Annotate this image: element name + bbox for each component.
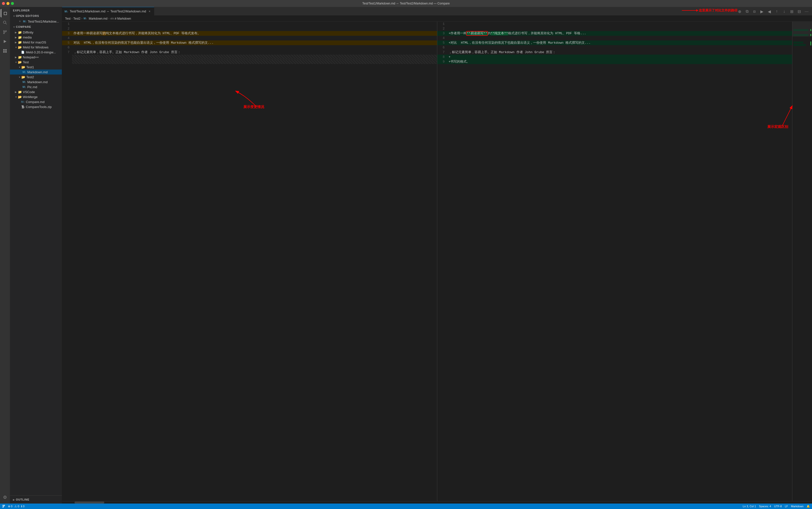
toolbar-split-icon[interactable]: ⧉ bbox=[743, 8, 750, 15]
toolbar-more-icon[interactable]: ⊞ bbox=[788, 8, 795, 15]
right-line-7: 7 ，标记元素简单，容易上手。正如 Markdown 作者 John Grube… bbox=[437, 50, 792, 55]
open-editor-item[interactable]: × M↕ Test/Test1/Markdow... bbox=[10, 19, 62, 24]
compare-section[interactable]: ▾ COMPARE bbox=[10, 24, 62, 30]
sidebar-item-meld-macos[interactable]: ▶ 📁 Meld for macOS bbox=[10, 40, 62, 45]
outline-label: OUTLINE bbox=[16, 498, 29, 501]
left-line-empty2 bbox=[62, 59, 437, 64]
sidebar-item-pic[interactable]: M↕ Pic.md bbox=[10, 84, 62, 90]
test2-label: Test2 bbox=[26, 75, 34, 79]
toolbar-up-arrow-icon[interactable]: ↑ bbox=[773, 8, 780, 15]
bell-icon[interactable]: 🔔 bbox=[807, 505, 810, 508]
svg-rect-15 bbox=[792, 22, 812, 36]
explorer-activity-icon[interactable]: ◻ bbox=[1, 9, 9, 18]
minimize-button[interactable] bbox=[6, 2, 9, 5]
toolbar-focus-icon[interactable]: ⊕ bbox=[736, 8, 743, 15]
svg-point-4 bbox=[3, 33, 4, 34]
sidebar-item-meld-windows[interactable]: ▾ 📂 Meld for Windows bbox=[10, 45, 62, 50]
svg-rect-18 bbox=[810, 41, 811, 45]
breadcrumb-markdown[interactable]: Markdown.md bbox=[89, 17, 107, 20]
toolbar-down-arrow-icon[interactable]: ↓ bbox=[781, 8, 788, 15]
outline-header[interactable]: ▶ OUTLINE bbox=[10, 497, 62, 503]
info-count[interactable]: ℹ 0 bbox=[21, 505, 24, 508]
sidebar-item-vscode[interactable]: ▶ 📁 VSCode bbox=[10, 90, 62, 94]
language-status[interactable]: Markdown bbox=[791, 505, 804, 508]
breadcrumb-test2[interactable]: Test2 bbox=[73, 17, 80, 20]
svg-rect-8 bbox=[3, 51, 5, 53]
minimap[interactable] bbox=[792, 22, 812, 501]
sidebar-item-meld-installer[interactable]: 📄 Meld-3.20.0-mingw... bbox=[10, 50, 62, 55]
md1-file-icon: M↕ bbox=[22, 70, 26, 74]
sidebar-item-media[interactable]: ▶ 📁 media bbox=[10, 35, 62, 40]
meld-windows-label: Meld for Windows bbox=[23, 45, 48, 49]
tabs-bar: M↕ Test/Test1/Markdown.md ↔ Test/Test2/M… bbox=[62, 7, 812, 15]
svg-point-3 bbox=[5, 31, 6, 32]
spaces-status[interactable]: Spaces: 4 bbox=[759, 505, 771, 508]
right-diff-pane[interactable]: 1 2 3 +作者用一种**易读易写**的**纯文本**格式进行书写，并能将其转… bbox=[437, 22, 792, 501]
sidebar-item-test2[interactable]: ▾ 📂 Test2 bbox=[10, 74, 62, 79]
toolbar-play-icon[interactable]: ▶ bbox=[758, 8, 765, 15]
left-diff-pane[interactable]: 1 2 3 作者用一种易读易写的纯文本格式进行书写，并能将其转化为 HTML、P… bbox=[62, 22, 437, 501]
open-editors-section[interactable]: ▾ OPEN EDITORS bbox=[10, 13, 62, 19]
status-bar-left: ⊗ 0 ⚠ 0 ℹ 0 bbox=[2, 505, 25, 508]
horizontal-scrollbar[interactable] bbox=[74, 502, 104, 504]
svg-point-2 bbox=[3, 31, 4, 32]
sidebar-item-diffinity[interactable]: ▶ 📁 Diffinity bbox=[10, 30, 62, 35]
markdown2-label: Markdown.md bbox=[27, 80, 48, 84]
test1-arrow: ▾ bbox=[18, 65, 21, 69]
eol-status[interactable]: LF bbox=[785, 505, 788, 508]
svg-point-23 bbox=[4, 505, 5, 506]
breadcrumb-abc-icon: abc bbox=[110, 17, 114, 20]
extensions-activity-icon[interactable] bbox=[1, 47, 9, 55]
error-count[interactable]: ⊗ 0 bbox=[8, 505, 12, 508]
sidebar-item-test1[interactable]: ▾ 📂 Test1 bbox=[10, 65, 62, 70]
breadcrumb-md-icon: M↕ bbox=[83, 16, 87, 21]
breadcrumb-test[interactable]: Test bbox=[65, 17, 70, 20]
svg-line-1 bbox=[6, 23, 7, 25]
editor-area: M↕ Test/Test1/Markdown.md ↔ Test/Test2/M… bbox=[62, 7, 812, 504]
source-control-activity-icon[interactable] bbox=[1, 28, 9, 36]
ln-col-status[interactable]: Ln 3, Col 1 bbox=[743, 505, 756, 508]
sidebar-item-markdown2[interactable]: M↕ Markdown.md bbox=[10, 79, 62, 84]
settings-activity-icon[interactable]: ⚙ bbox=[1, 493, 9, 502]
sidebar-item-winmerge[interactable]: ▾ 📂 WinMerge bbox=[10, 94, 62, 99]
toolbar-left-arrow-icon[interactable]: ◀ bbox=[766, 8, 773, 15]
breadcrumb-heading[interactable]: # Markdown bbox=[115, 17, 131, 20]
pic-label: Pic.md bbox=[27, 85, 37, 89]
run-activity-icon[interactable] bbox=[1, 37, 9, 46]
meld-macos-arrow: ▶ bbox=[14, 40, 18, 44]
compare-label: COMPARE bbox=[16, 25, 31, 28]
sidebar-item-compare-md[interactable]: M↕ Compare.md bbox=[10, 99, 62, 104]
md-file-icon: M↕ bbox=[23, 20, 27, 23]
status-bar-right: Ln 3, Col 1 Spaces: 4 UTF-8 LF Markdown … bbox=[743, 505, 810, 508]
media-folder-icon: 📁 bbox=[18, 35, 22, 39]
pic-file-icon: M↕ bbox=[22, 85, 26, 89]
close-button[interactable] bbox=[2, 2, 5, 5]
comparetools-zip-label: CompareTools.zip bbox=[26, 105, 52, 109]
tab-close-button[interactable]: × bbox=[147, 9, 151, 13]
svg-rect-13 bbox=[793, 41, 803, 43]
titlebar: Test/Test1/Markdown.md ↔ Test/Test2/Mark… bbox=[0, 0, 812, 7]
right-line-9: 9 +书写的格式。 bbox=[437, 59, 792, 64]
toolbar-overflow-icon[interactable]: ⋯ bbox=[803, 8, 810, 15]
sidebar-item-comparetools-zip[interactable]: 🗜 CompareTools.zip bbox=[10, 104, 62, 109]
vscode-label: VSCode bbox=[23, 90, 35, 94]
warning-count[interactable]: ⚠ 0 bbox=[14, 505, 19, 508]
encoding-status[interactable]: UTF-8 bbox=[774, 505, 782, 508]
active-tab[interactable]: M↕ Test/Test1/Markdown.md ↔ Test/Test2/M… bbox=[62, 7, 154, 15]
window-title: Test/Test1/Markdown.md ↔ Test/Test2/Mark… bbox=[362, 2, 450, 5]
close-editor-icon[interactable]: × bbox=[18, 20, 22, 23]
sidebar-item-test[interactable]: ▾ 📂 Test bbox=[10, 60, 62, 65]
svg-rect-9 bbox=[5, 51, 7, 53]
left-line-1: 1 bbox=[62, 22, 437, 26]
search-activity-icon[interactable] bbox=[1, 19, 9, 27]
meld-macos-folder-icon: 📁 bbox=[18, 40, 22, 44]
markdown1-label: Markdown.md bbox=[27, 70, 48, 74]
test2-arrow: ▾ bbox=[18, 75, 21, 79]
maximize-button[interactable] bbox=[11, 2, 14, 5]
toolbar-collapse-icon[interactable]: ⊟ bbox=[796, 8, 803, 15]
toolbar-inline-icon[interactable]: ⧈ bbox=[751, 8, 758, 15]
horizontal-scrollbar-area[interactable] bbox=[62, 501, 812, 504]
git-branch-status[interactable] bbox=[2, 505, 6, 508]
sidebar-item-markdown1[interactable]: M↕ Markdown.md bbox=[10, 70, 62, 74]
sidebar-item-notepadpp[interactable]: ▶ 📁 Notepad++ bbox=[10, 55, 62, 60]
